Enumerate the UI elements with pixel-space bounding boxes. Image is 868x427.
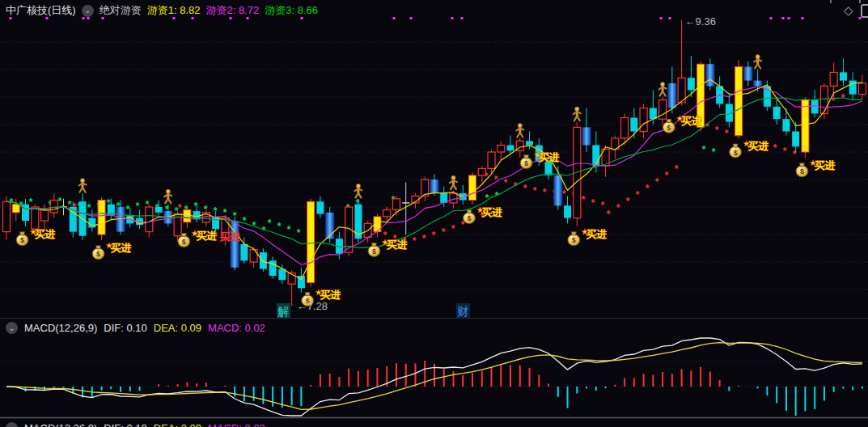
- buy-label: 买进: [539, 151, 560, 163]
- svg-text:$: $: [96, 250, 100, 258]
- stock-app-window: { "header": { "title": "中广核技(日线)", "indi…: [0, 0, 868, 427]
- buy-label: 买进: [111, 242, 132, 254]
- macd-indicator-name: MACD(12,26,9): [24, 422, 97, 427]
- svg-text:$: $: [524, 159, 528, 167]
- svg-text:*: *: [725, 128, 729, 139]
- svg-text:*: *: [194, 201, 198, 212]
- buy-label: 买进: [35, 228, 56, 240]
- svg-text:*: *: [626, 196, 630, 207]
- svg-text:*: *: [543, 187, 547, 198]
- svg-text:*: *: [601, 200, 605, 211]
- svg-text:*: *: [504, 177, 508, 188]
- svg-text:*: *: [783, 146, 787, 157]
- golden-figure-icon: [516, 124, 523, 137]
- main-chart-header: 中广核技(日线) ⌄ 绝对游资 游资1: 8.82 游资2: 8.72 游资3:…: [0, 0, 868, 21]
- buy-label: 买进: [586, 228, 607, 240]
- svg-text:$: $: [667, 124, 671, 132]
- macd-indicator-name[interactable]: MACD(12,26,9): [24, 322, 97, 334]
- svg-text:*: *: [58, 196, 62, 207]
- indicator-name[interactable]: 绝对游资: [100, 3, 142, 18]
- svg-text:*: *: [591, 197, 595, 209]
- svg-text:*: *: [494, 174, 498, 185]
- svg-text:$: $: [800, 167, 804, 175]
- buy-signal-marker[interactable]: $★买进: [520, 150, 560, 169]
- svg-text:*: *: [715, 125, 719, 136]
- svg-text:*: *: [277, 221, 282, 232]
- svg-text:*: *: [451, 223, 455, 235]
- svg-text:*: *: [607, 209, 611, 220]
- svg-text:*: *: [655, 176, 659, 188]
- macd-collapse-chevron-icon[interactable]: ⌄: [6, 322, 18, 334]
- svg-text:*: *: [442, 226, 446, 238]
- macd-dea-value: DEA: 0.09: [154, 322, 201, 334]
- diamond-tool-icon[interactable]: ◇: [844, 3, 853, 18]
- buy-label: 买进: [481, 206, 502, 218]
- svg-text:*: *: [582, 194, 586, 205]
- svg-text:*: *: [773, 142, 777, 154]
- macd-panel-header-copy: ⌄ MACD(12,26,9) DIF: 0.10 DEA: 0.09 MACD…: [0, 420, 868, 427]
- toolbar-tick: [859, 0, 861, 3]
- svg-text:*: *: [533, 185, 537, 197]
- svg-text:$: $: [372, 247, 376, 256]
- watermark-character: 财: [458, 305, 469, 318]
- buy-label: 买进: [747, 140, 768, 152]
- golden-figure-icon: [354, 184, 362, 197]
- price-chart-canvas[interactable]: ****************************************…: [0, 0, 868, 427]
- svg-text:*: *: [29, 197, 33, 208]
- svg-text:*: *: [646, 183, 650, 194]
- golden-figure-icon: [754, 55, 761, 69]
- svg-text:*: *: [432, 230, 436, 241]
- golden-figure-icon: [574, 107, 581, 120]
- buy-signal-marker[interactable]: $★买进: [796, 159, 835, 177]
- macd-dea-value: DEA: 0.09: [154, 422, 201, 427]
- next-panel-header-clipped: ⌄ MACD(12,26,9) DIF: 0.10 DEA: 0.09 MACD…: [0, 419, 868, 427]
- low-price-annotation: ←7.28: [297, 300, 328, 312]
- golden-figure-icon: [164, 189, 171, 203]
- macd-panel-header: ⌄ MACD(12,26,9) DIF: 0.10 DEA: 0.09 MACD…: [0, 319, 868, 336]
- svg-text:*: *: [562, 188, 566, 200]
- svg-text:*: *: [297, 227, 301, 239]
- candles-layer: [3, 20, 866, 307]
- buy-label: 买进: [386, 239, 407, 251]
- svg-text:*: *: [665, 170, 669, 181]
- svg-text:*: *: [616, 202, 620, 214]
- yuzi1-value: 游资1: 8.82: [147, 3, 201, 18]
- buy-label: 买进: [814, 159, 835, 171]
- yuzi3-line: [6, 98, 862, 247]
- buy-signal-marker[interactable]: $★买进: [368, 238, 408, 256]
- svg-text:*: *: [675, 163, 679, 175]
- svg-text:*: *: [136, 201, 140, 212]
- svg-text:*: *: [126, 204, 130, 215]
- svg-text:*: *: [243, 215, 247, 226]
- svg-text:$: $: [467, 214, 471, 222]
- buy-signal-marker[interactable]: $★买进: [16, 227, 55, 246]
- yuzi3-value: 游资3: 8.66: [265, 3, 318, 18]
- svg-text:$: $: [20, 236, 24, 244]
- macd-histogram: [26, 361, 862, 416]
- svg-text:$: $: [182, 238, 186, 246]
- macd-collapse-chevron-icon[interactable]: ⌄: [6, 422, 18, 427]
- svg-text:*: *: [485, 192, 489, 204]
- svg-text:*: *: [178, 202, 182, 214]
- svg-text:$: $: [572, 236, 576, 244]
- svg-text:*: *: [413, 235, 417, 247]
- macd-dif-value: DIF: 0.10: [104, 422, 146, 427]
- buy-label: 买进: [681, 115, 702, 127]
- golden-figure-icon: [79, 179, 87, 192]
- figure-icons-layer: [79, 55, 762, 204]
- svg-text:*: *: [702, 144, 706, 155]
- golden-figure-icon: [659, 82, 667, 96]
- svg-text:*: *: [287, 224, 291, 235]
- macd-value: MACD: 0.02: [208, 422, 265, 427]
- window-tool-icon[interactable]: [861, 4, 868, 18]
- svg-text:$: $: [734, 149, 738, 157]
- buy-label: 买进: [196, 230, 217, 242]
- stock-title: 中广核技(日线): [6, 3, 76, 18]
- macd-value: MACD: 0.02: [208, 322, 265, 334]
- watermark-character: 解: [277, 305, 290, 318]
- buy-signal-marker[interactable]: $★买进: [568, 227, 608, 246]
- buy-signal-marker[interactable]: $★买进: [92, 241, 132, 260]
- svg-text:*: *: [268, 218, 272, 229]
- svg-text:*: *: [636, 189, 640, 201]
- collapse-chevron-icon[interactable]: ⌄: [82, 5, 94, 17]
